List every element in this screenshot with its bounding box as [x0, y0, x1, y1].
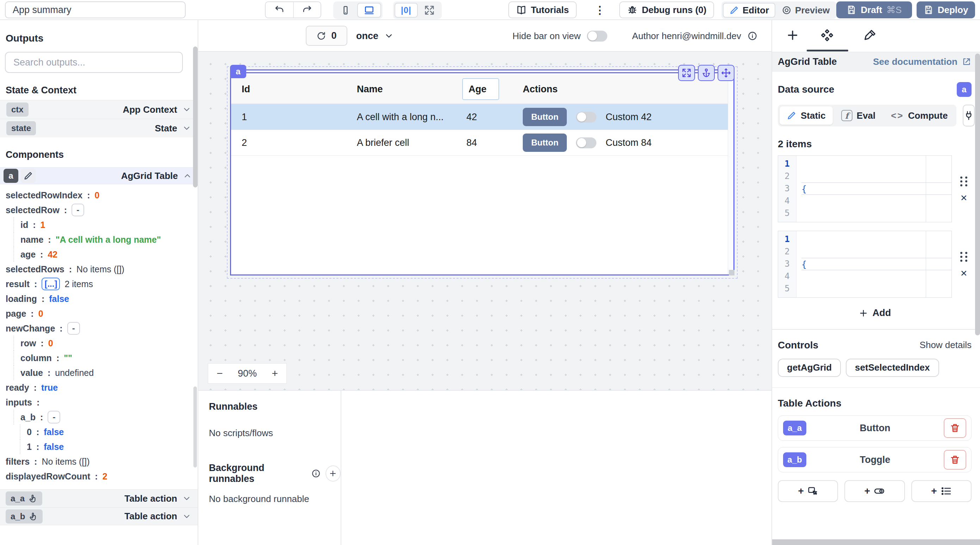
desktop-view-button[interactable]: [357, 3, 381, 18]
anchor-component-button[interactable]: [698, 65, 715, 81]
aggrid-component[interactable]: a Id Name Age Actions 1 A cell with a lo…: [230, 69, 735, 276]
output-prop-row[interactable]: result : [...] 2 items: [6, 277, 197, 292]
output-prop-row[interactable]: 0 : false: [20, 424, 197, 439]
table-scrollbar-track[interactable]: [728, 75, 733, 274]
run-mode-select[interactable]: once: [356, 20, 394, 52]
sidebar-scrollbar[interactable]: [193, 46, 197, 187]
output-prop-row[interactable]: filters : No items ([]): [6, 454, 197, 469]
add-item-button[interactable]: Add: [859, 308, 891, 319]
column-header-id[interactable]: Id: [231, 84, 346, 95]
info-icon[interactable]: [748, 31, 757, 41]
info-icon[interactable]: [312, 469, 321, 478]
output-prop-row[interactable]: page : 0: [6, 306, 197, 321]
fullwidth-button[interactable]: [418, 3, 440, 18]
add-button-action-button[interactable]: +: [778, 480, 838, 502]
output-prop-row[interactable]: value : undefined: [13, 365, 197, 380]
add-background-runnable-button[interactable]: [326, 465, 341, 481]
show-details-link[interactable]: Show details: [920, 339, 972, 351]
output-prop-row[interactable]: displayedRowCount : 2: [6, 469, 197, 484]
output-prop-row[interactable]: id : 1: [13, 217, 197, 232]
redo-button[interactable]: [293, 2, 321, 18]
mobile-view-button[interactable]: [335, 3, 356, 18]
ctx-row[interactable]: ctx App Context: [0, 100, 197, 119]
add-select-action-button[interactable]: +: [911, 480, 972, 502]
row-action-toggle[interactable]: [576, 137, 597, 148]
component-outputs-header[interactable]: a AgGrid Table: [0, 167, 197, 184]
table-action-card[interactable]: a_a Button: [778, 415, 972, 441]
tab-component-settings[interactable]: [817, 20, 837, 50]
mode-compute-button[interactable]: <> Compute: [884, 107, 955, 125]
output-prop-row[interactable]: selectedRows : No items ([]): [6, 262, 197, 277]
output-prop-row[interactable]: selectedRowIndex : 0: [6, 188, 197, 202]
row-action-toggle[interactable]: [576, 112, 597, 123]
component-id-tag[interactable]: a: [230, 65, 246, 78]
state-row[interactable]: state State: [0, 119, 197, 137]
mode-static-button[interactable]: Static: [780, 107, 833, 125]
action-id-badge[interactable]: a_b: [783, 453, 807, 467]
prop-expand-box[interactable]: -: [67, 322, 80, 335]
zoom-out-button[interactable]: −: [216, 367, 223, 379]
app-canvas[interactable]: a Id Name Age Actions 1 A cell with a lo…: [198, 52, 772, 390]
column-header-age[interactable]: Age: [456, 84, 511, 95]
column-header-actions[interactable]: Actions: [511, 84, 728, 95]
drag-handle-icon[interactable]: [960, 252, 963, 254]
tutorials-button[interactable]: Tutorials: [508, 2, 577, 18]
draft-button[interactable]: Draft ⌘S: [836, 2, 912, 18]
prop-expand-box[interactable]: -: [48, 411, 60, 424]
output-prop-row[interactable]: newChange : -: [6, 321, 197, 336]
output-prop-row[interactable]: column : "": [13, 351, 197, 365]
control-getaggrid-button[interactable]: getAgGrid: [778, 359, 841, 377]
output-prop-row[interactable]: age : 42: [13, 247, 197, 262]
table-action-row-a-a[interactable]: a_a Table action: [0, 489, 197, 507]
connect-plug-button[interactable]: [963, 105, 975, 126]
output-prop-row[interactable]: a_b : -: [13, 410, 197, 424]
delete-action-button[interactable]: [944, 450, 966, 470]
output-prop-row[interactable]: ready : true: [6, 380, 197, 395]
row-action-button[interactable]: Button: [523, 134, 567, 152]
search-outputs-input[interactable]: [5, 52, 183, 73]
app-summary-input[interactable]: [5, 2, 186, 18]
panel-horizontal-scrollbar[interactable]: [772, 539, 980, 545]
action-id-badge[interactable]: a_a: [783, 421, 807, 435]
delete-item-icon[interactable]: ×: [961, 269, 967, 277]
code-editor[interactable]: 12345 { "id": 1, "name": "A cell with a …: [778, 155, 952, 222]
expand-component-button[interactable]: [678, 65, 695, 81]
mode-eval-button[interactable]: f Eval: [834, 107, 883, 125]
add-toggle-action-button[interactable]: +: [845, 480, 905, 502]
deploy-button[interactable]: Deploy: [916, 2, 975, 18]
center-align-button[interactable]: |0|: [395, 3, 418, 18]
zoom-in-button[interactable]: +: [272, 367, 278, 379]
drag-handle-icon[interactable]: [960, 177, 963, 178]
output-prop-row[interactable]: name : "A cell with a long name": [13, 232, 197, 247]
tab-insert[interactable]: [783, 20, 802, 50]
tab-styling[interactable]: [860, 20, 880, 50]
table-action-row-a-b[interactable]: a_b Table action: [0, 507, 197, 525]
output-prop-row[interactable]: row : 0: [13, 336, 197, 351]
move-component-button[interactable]: [718, 65, 735, 81]
table-action-card[interactable]: a_b Toggle: [778, 447, 972, 472]
code-editor[interactable]: 12345 { "id": 2, "name": "A briefer cell…: [778, 231, 952, 298]
undo-button[interactable]: [266, 2, 293, 18]
delete-action-button[interactable]: [944, 418, 966, 438]
panel-scrollbar[interactable]: [975, 54, 980, 335]
delete-item-icon[interactable]: ×: [961, 194, 967, 201]
output-prop-row[interactable]: inputs :: [6, 395, 197, 410]
edit-id-icon[interactable]: [21, 169, 36, 183]
refresh-button[interactable]: 0: [306, 26, 347, 46]
hide-bar-toggle[interactable]: [587, 31, 607, 41]
row-action-button[interactable]: Button: [523, 108, 567, 126]
column-header-name[interactable]: Name: [346, 84, 456, 95]
data-source-id-chip[interactable]: a: [957, 82, 972, 97]
output-tree-scrollbar[interactable]: [193, 386, 197, 467]
prop-expand-box[interactable]: [...]: [41, 277, 60, 290]
more-menu-button[interactable]: ⋮: [591, 2, 609, 18]
table-row[interactable]: 1 A cell with a long n... 42 Button Cust…: [231, 104, 728, 130]
table-row[interactable]: 2 A briefer cell 84 Button Custom 84: [231, 130, 728, 156]
see-documentation-link[interactable]: See documentation: [873, 56, 972, 67]
output-prop-row[interactable]: loading : false: [6, 292, 197, 306]
control-setselectedindex-button[interactable]: setSelectedIndex: [846, 359, 939, 377]
editor-tab[interactable]: Editor: [723, 3, 775, 18]
debug-runs-button[interactable]: Debug runs (0): [619, 2, 714, 18]
resize-handle[interactable]: [729, 270, 735, 276]
output-prop-row[interactable]: 1 : false: [20, 439, 197, 454]
